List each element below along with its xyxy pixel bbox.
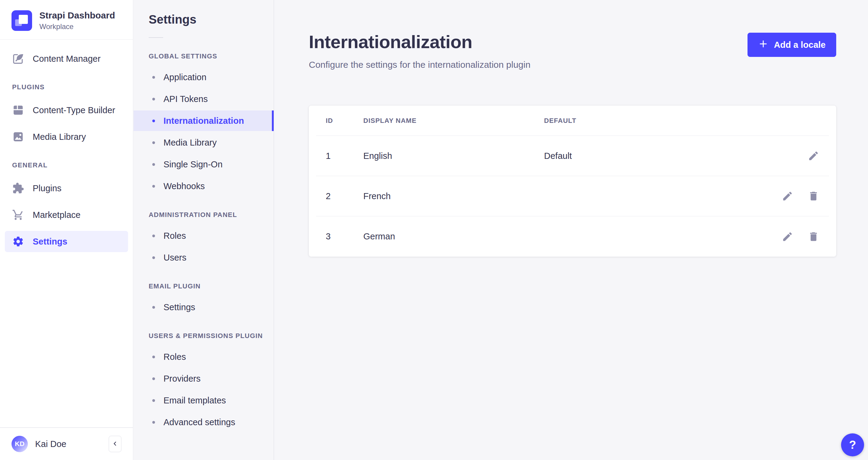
- content-type-builder-icon: [12, 104, 24, 116]
- edit-locale-button[interactable]: [782, 231, 793, 242]
- subnav-item-label: Email templates: [163, 396, 226, 405]
- sidebar-collapse-button[interactable]: [109, 436, 121, 452]
- subnav-item-single-sign-on[interactable]: Single Sign-On: [133, 154, 274, 175]
- bullet-icon: [152, 98, 155, 100]
- bullet-icon: [152, 421, 155, 424]
- subnav-item-label: Application: [163, 72, 207, 82]
- delete-locale-button[interactable]: [808, 231, 819, 242]
- sidebar-item-label: Content Manager: [33, 54, 100, 64]
- page-header: Internationalization Configure the setti…: [309, 31, 836, 70]
- sidebar-item-content-type-builder[interactable]: Content-Type Builder: [5, 100, 128, 121]
- sidebar-item-marketplace[interactable]: Marketplace: [5, 204, 128, 226]
- cell-actions: [752, 190, 819, 202]
- table-body: 1EnglishDefault2French3German: [309, 136, 836, 257]
- page-header-text: Internationalization Configure the setti…: [309, 31, 530, 70]
- sidebar-item-content-manager[interactable]: Content Manager: [5, 48, 128, 69]
- bullet-icon: [152, 76, 155, 79]
- subnav-item-roles[interactable]: Roles: [133, 347, 274, 367]
- content-manager-icon: [12, 53, 24, 65]
- subnav-item-label: Roles: [163, 352, 186, 362]
- subnav-item-settings[interactable]: Settings: [133, 297, 274, 318]
- cell-id: 3: [326, 231, 363, 241]
- subnav-item-label: Settings: [163, 302, 195, 312]
- sidebar-item-settings[interactable]: Settings: [5, 231, 128, 252]
- delete-locale-button[interactable]: [808, 190, 819, 202]
- subnav-item-label: Roles: [163, 231, 186, 241]
- subnav-title: Settings: [149, 13, 274, 26]
- subnav-item-media-library[interactable]: Media Library: [133, 132, 274, 153]
- workspace-header[interactable]: Strapi Dashboard Workplace: [0, 0, 133, 39]
- subnav-section-label-email-plugin: EMAIL PLUGIN: [149, 282, 274, 290]
- sidebar-footer: KD Kai Doe: [0, 428, 133, 460]
- sidebar-section-label-general: GENERAL: [12, 161, 121, 169]
- sidebar-item-label: Plugins: [33, 184, 61, 193]
- bullet-icon: [152, 356, 155, 358]
- marketplace-icon: [12, 209, 24, 221]
- subnav-item-label: Internationalization: [163, 116, 244, 126]
- pencil-icon: [782, 190, 793, 202]
- sidebar-section-label-plugins: PLUGINS: [12, 83, 121, 91]
- add-locale-button-label: Add a locale: [774, 40, 826, 50]
- add-locale-button[interactable]: Add a locale: [747, 33, 836, 57]
- cell-default: Default: [544, 151, 752, 161]
- help-button[interactable]: ?: [841, 433, 864, 456]
- cell-display-name: German: [363, 231, 544, 241]
- settings-subnav: Settings GLOBAL SETTINGSApplicationAPI T…: [133, 0, 274, 460]
- bullet-icon: [152, 185, 155, 188]
- column-header-display-name: DISPLAY NAME: [363, 117, 544, 125]
- media-library-icon: [12, 131, 24, 143]
- sidebar-item-label: Marketplace: [33, 210, 81, 220]
- question-mark-icon: ?: [849, 438, 856, 452]
- cell-display-name: English: [363, 151, 544, 161]
- subnav-item-webhooks[interactable]: Webhooks: [133, 176, 274, 196]
- subnav-item-label: API Tokens: [163, 94, 208, 104]
- table-row-locale-english: 1EnglishDefault: [316, 136, 829, 176]
- strapi-logo-glyph: [19, 15, 28, 24]
- subnav-item-internationalization[interactable]: Internationalization: [133, 110, 274, 131]
- workspace-titles: Strapi Dashboard Workplace: [39, 10, 115, 31]
- sidebar-item-label: Content-Type Builder: [33, 105, 115, 115]
- pencil-icon: [782, 231, 793, 242]
- cell-actions: [752, 231, 819, 242]
- subnav-item-label: Providers: [163, 374, 201, 384]
- subnav-item-label: Webhooks: [163, 181, 205, 191]
- bullet-icon: [152, 120, 155, 122]
- bullet-icon: [152, 141, 155, 144]
- subnav-item-roles[interactable]: Roles: [133, 226, 274, 246]
- avatar[interactable]: KD: [11, 436, 28, 452]
- subnav-item-providers[interactable]: Providers: [133, 368, 274, 389]
- subnav-item-label: Single Sign-On: [163, 160, 222, 169]
- main-sidebar: Strapi Dashboard Workplace Content Manag…: [0, 0, 133, 460]
- subnav-section-label-global-settings: GLOBAL SETTINGS: [149, 52, 274, 60]
- subnav-item-email-templates[interactable]: Email templates: [133, 390, 274, 411]
- bullet-icon: [152, 306, 155, 309]
- edit-locale-button[interactable]: [782, 190, 793, 202]
- sidebar-item-plugins[interactable]: Plugins: [5, 178, 128, 199]
- cell-id: 1: [326, 151, 363, 161]
- main-content: Internationalization Configure the setti…: [274, 0, 868, 460]
- sidebar-item-media-library[interactable]: Media Library: [5, 126, 128, 147]
- bullet-icon: [152, 377, 155, 380]
- trash-icon: [808, 190, 819, 202]
- subnav-item-advanced-settings[interactable]: Advanced settings: [133, 412, 274, 432]
- edit-locale-button[interactable]: [808, 150, 819, 162]
- subnav-section-label-users-permissions-plugin: USERS & PERMISSIONS PLUGIN: [149, 332, 274, 340]
- table-row-locale-german: 3German: [316, 217, 829, 257]
- subnav-item-api-tokens[interactable]: API Tokens: [133, 89, 274, 109]
- trash-icon: [808, 231, 819, 242]
- user-name[interactable]: Kai Doe: [35, 439, 109, 449]
- subnav-item-application[interactable]: Application: [133, 67, 274, 88]
- subnav-item-users[interactable]: Users: [133, 247, 274, 268]
- subnav-sections: GLOBAL SETTINGSApplicationAPI TokensInte…: [133, 52, 274, 432]
- sidebar-item-label: Settings: [33, 237, 67, 247]
- table-row-locale-french: 2French: [316, 176, 829, 217]
- column-header-id: ID: [326, 117, 363, 125]
- cell-id: 2: [326, 191, 363, 201]
- sidebar-item-label: Media Library: [33, 132, 86, 142]
- subnav-item-label: Users: [163, 253, 186, 263]
- workspace-name: Workplace: [39, 23, 115, 31]
- sidebar-nav: Content ManagerPLUGINSContent-Type Build…: [0, 40, 133, 427]
- plugins-icon: [12, 182, 24, 194]
- subnav-section-label-administration-panel: ADMINISTRATION PANEL: [149, 211, 274, 219]
- page-subtitle: Configure the settings for the internati…: [309, 60, 530, 70]
